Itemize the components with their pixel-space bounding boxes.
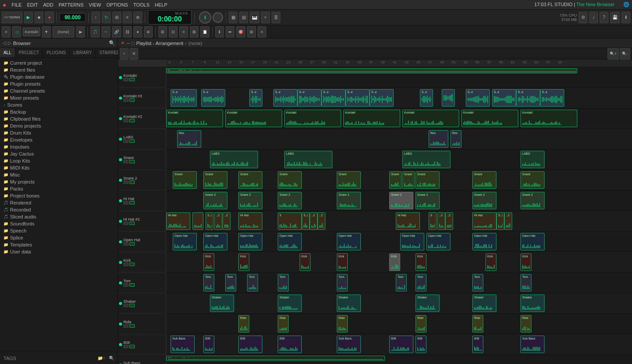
clip-10-0[interactable]: Kick [203,253,214,271]
clip-8-3[interactable]: ..2 [214,212,222,230]
solo-btn[interactable] [129,263,135,266]
clip-9-4[interactable]: Open Hat [337,233,361,250]
export-btn[interactable]: ⬇ [622,12,630,23]
mixer-btn[interactable]: 🎛 [272,12,280,23]
grid-btn[interactable]: ⊞ [247,26,256,38]
clip-11-6[interactable]: Tom [416,274,426,291]
pl-zoom-in[interactable]: 🔍+ [608,48,619,59]
track-lane-15[interactable]: Effectrix – Mix level [166,355,632,364]
jump-btn[interactable]: ⬅ [226,26,234,38]
forward-icon[interactable]: ▷ [8,40,11,46]
clip-15-0[interactable]: Effectrix – Mix level [166,356,385,361]
tab-plugins[interactable]: PLUGINS [43,48,70,57]
clip-14-7[interactable]: 808 [472,336,483,353]
step-seq-btn[interactable]: ▤ [239,12,248,23]
clip-8-10[interactable]: Hi Hat [396,212,420,230]
clip-9-6[interactable]: Open Hat [426,233,450,250]
clip-3-0[interactable]: Kontakt [166,110,223,127]
clip-2-1[interactable]: S..e [201,89,225,107]
clip-7-2[interactable]: Snare 2 [278,192,302,209]
sidebar-item-clipboard-files[interactable]: 📁Clipboard files [0,115,118,122]
clip-10-3[interactable]: Kick [337,253,348,271]
sidebar-item-channel-presets[interactable]: 📁Channel presets [0,87,118,94]
clip-13-5[interactable]: Ride [520,315,531,333]
minimize-icon[interactable]: ─ [126,41,130,46]
sidebar-item-plugin-presets[interactable]: 📁Plugin presets [0,80,118,87]
solo-btn[interactable] [129,139,135,143]
link-btn[interactable]: 🔗 [112,26,121,38]
clip-2-13[interactable]: S..e [540,89,564,107]
mute-btn[interactable] [123,263,129,266]
clip-8-11[interactable]: 3 [429,212,436,230]
view-btn1[interactable]: ⊞ [158,26,167,38]
track-lane-9[interactable]: Open HatOpen HatOpen HatOpen HatOpen Hat… [166,232,632,252]
solo-btn[interactable] [129,345,135,348]
clip-5-2[interactable]: LABS [402,151,450,168]
mute-btn[interactable] [123,98,129,102]
clip-14-2[interactable]: 808 [238,336,262,353]
sidebar-item-templates[interactable]: 📁Templates [0,241,118,248]
arrange-chevron[interactable]: › [185,41,187,46]
clip-5-1[interactable]: LABS [284,151,332,168]
clip-2-7[interactable]: S..e [370,89,394,107]
search-icon[interactable]: 🔍 [109,356,114,361]
clip-12-1[interactable]: Shaker [278,295,302,312]
channel-row-808[interactable]: 808 [118,334,166,355]
mute-btn[interactable] [123,222,129,225]
clip-1-0[interactable]: Param. EQ 2 – Mix level [166,68,577,73]
clip-8-14[interactable]: Hi Hat [472,212,496,230]
solo-btn[interactable] [129,119,135,122]
track-lane-13[interactable]: RideRideRideRideRideRide [166,314,632,334]
clip-10-7[interactable]: Kick [520,253,531,271]
solo-btn[interactable] [129,242,135,246]
clip-8-2[interactable]: 3..2 [206,212,213,230]
piano-roll-btn[interactable]: 🎵 [91,26,100,38]
clip-13-4[interactable]: Ride [472,315,483,333]
pl-add-btn[interactable]: + [120,48,129,59]
clip-11-8[interactable]: Tom [520,274,531,291]
master-pitch-knob[interactable] [213,12,223,23]
clip-11-4[interactable]: Tom [337,274,348,291]
clip-11-0[interactable]: Tom [203,274,214,291]
mute-btn[interactable] [123,201,129,205]
pl-del-btn[interactable]: ✕ [129,48,138,59]
track-lane-7[interactable]: Snare 2Snare 2Snare 2Snare 2Snare 2Snare… [166,191,632,211]
clip-8-8[interactable]: ..2 [310,212,318,230]
maximize-icon[interactable]: □ [132,41,135,46]
view-btn3[interactable]: ≡ [179,26,188,38]
none-display[interactable]: (none) [52,26,74,38]
menu-tools[interactable]: TOOLS [133,2,150,7]
sidebar-item-demo-projects[interactable]: 📁Demo projects [0,122,118,129]
mute-btn[interactable] [123,283,129,287]
clip-6-5[interactable]: Snare [389,171,402,189]
clip-13-2[interactable]: Ride [337,315,348,333]
clip-14-5[interactable]: 808 [389,336,413,353]
menu-help[interactable]: HELP [155,2,168,7]
master-vol-knob[interactable] [199,11,211,24]
clip-10-1[interactable]: Kick [238,253,249,271]
clip-3-7[interactable]: Kontakt [520,110,577,127]
solo-btn[interactable] [129,222,135,225]
clip-14-8[interactable]: Sub Bass [520,336,545,353]
track-lane-12[interactable]: ShakerShakerShakerShakerShakerShaker [166,293,632,314]
clip-8-0[interactable]: Hi Hat [166,212,190,230]
midi-btn[interactable]: ♪ [589,12,598,23]
stop-button[interactable]: ■ [35,12,43,23]
sidebar-item-plugin-database[interactable]: 🔌Plugin database [0,73,118,80]
clip-9-0[interactable]: Open Hat [173,233,197,250]
channel-row-shaker[interactable]: Shaker [118,293,166,314]
clip-11-2[interactable]: Tom [247,274,258,291]
menu-edit[interactable]: EDIT [27,2,38,7]
clip-9-7[interactable]: Open Hat [472,233,496,250]
clip-3-1[interactable]: Kontakt [225,110,282,127]
clip-14-3[interactable]: 808 [278,336,302,353]
channel-row-kontakt-#3[interactable]: Kontakt #3 [118,88,166,108]
channel-row-tom[interactable]: Tom [118,273,166,293]
solo-btn[interactable] [129,283,135,287]
sidebar-item-loop-kits[interactable]: 📁Loop Kits [0,157,118,164]
step-mode-btn[interactable]: ↕ [91,12,100,23]
clip-6-6[interactable]: Snare [402,171,415,189]
clip-4-1[interactable]: Rim [429,130,448,148]
clip-2-5[interactable]: S..e [321,89,346,107]
mixer-link-btn[interactable]: ⊕ [144,26,153,38]
